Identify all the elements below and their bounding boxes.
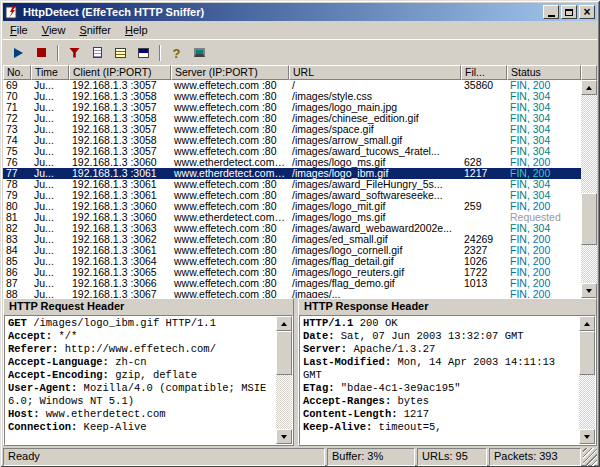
save-button[interactable] bbox=[132, 42, 155, 64]
column-header-time[interactable]: Time bbox=[31, 65, 69, 80]
header-line: GET /images/logo_ibm.gif HTTP/1.1 bbox=[8, 317, 273, 330]
table-row[interactable]: 84Ju...192.168.1.3 :3061www.effetech.com… bbox=[3, 245, 581, 256]
minimize-button[interactable] bbox=[543, 5, 559, 19]
start-capture-button[interactable] bbox=[7, 42, 30, 64]
menu-item-view[interactable]: View bbox=[35, 22, 73, 38]
stop-icon bbox=[37, 48, 46, 57]
cell-no: 87 bbox=[3, 278, 31, 289]
scroll-up-button[interactable] bbox=[579, 316, 595, 331]
status-buffer: Buffer: 3% bbox=[327, 448, 415, 466]
cell-server: www.effetech.com :80 bbox=[171, 201, 289, 212]
cell-time: Ju... bbox=[31, 267, 69, 278]
cell-no: 75 bbox=[3, 146, 31, 157]
scroll-down-button[interactable] bbox=[579, 429, 595, 444]
cell-file bbox=[461, 146, 507, 157]
column-header-client[interactable]: Client (IP:PORT) bbox=[69, 65, 171, 80]
cell-url: / bbox=[289, 80, 461, 91]
table-row[interactable]: 74Ju...192.168.1.3 :3058www.effetech.com… bbox=[3, 135, 581, 146]
table-row[interactable]: 71Ju...192.168.1.3 :3057www.effetech.com… bbox=[3, 102, 581, 113]
scrollbar-thumb[interactable] bbox=[276, 331, 292, 375]
header-line: User-Agent: Mozilla/4.0 (compatible; MSI… bbox=[8, 382, 273, 408]
column-header-stub bbox=[581, 65, 597, 80]
table-row[interactable]: 70Ju...192.168.1.3 :3058www.effetech.com… bbox=[3, 91, 581, 102]
cell-server: www.effetech.com :80 bbox=[171, 245, 289, 256]
cell-server: www.effetech.com :80 bbox=[171, 223, 289, 234]
table-row[interactable]: 69Ju...192.168.1.3 :3057www.effetech.com… bbox=[3, 80, 581, 91]
column-header-server[interactable]: Server (IP:PORT) bbox=[171, 65, 289, 80]
cell-server: www.effetech.com :80 bbox=[171, 267, 289, 278]
table-row[interactable]: 85Ju...192.168.1.3 :3064www.effetech.com… bbox=[3, 256, 581, 267]
maximize-button[interactable] bbox=[561, 5, 577, 19]
view-report-button[interactable] bbox=[86, 42, 109, 64]
status-ready: Ready bbox=[3, 448, 325, 466]
maximize-icon bbox=[565, 9, 573, 16]
cell-file bbox=[461, 289, 507, 298]
table-header: No. Time Client (IP:PORT) Server (IP:POR… bbox=[3, 65, 597, 80]
request-panel-scrollbar[interactable] bbox=[276, 316, 292, 444]
cell-server: www.effetech.com :80 bbox=[171, 91, 289, 102]
header-line: Accept-Ranges: bytes bbox=[303, 395, 576, 408]
table-row[interactable]: 73Ju...192.168.1.3 :3057www.effetech.com… bbox=[3, 124, 581, 135]
table-row[interactable]: 79Ju...192.168.1.3 :3061www.effetech.com… bbox=[3, 190, 581, 201]
table-row[interactable]: 82Ju...192.168.1.3 :3063www.effetech.com… bbox=[3, 223, 581, 234]
column-header-no[interactable]: No. bbox=[3, 65, 31, 80]
cell-no: 85 bbox=[3, 256, 31, 267]
scroll-down-button[interactable] bbox=[276, 429, 292, 444]
table-row[interactable]: 88Ju...192.168.1.3 :3067www.effetech.com… bbox=[3, 289, 581, 298]
menu-item-sniffer[interactable]: Sniffer bbox=[72, 22, 118, 38]
header-line: Host: www.etherdetect.com bbox=[8, 408, 273, 421]
table-row[interactable]: 80Ju...192.168.1.3 :3060www.effetech.com… bbox=[3, 201, 581, 212]
cell-status: FIN, 304 bbox=[507, 223, 581, 234]
stop-capture-button[interactable] bbox=[30, 42, 53, 64]
cell-file bbox=[461, 179, 507, 190]
view-list-button[interactable] bbox=[109, 42, 132, 64]
close-icon: × bbox=[583, 7, 590, 17]
menu-item-help[interactable]: Help bbox=[118, 22, 155, 38]
titlebar[interactable]: HttpDetect (EffeTech HTTP Sniffer) × bbox=[3, 3, 597, 21]
arrow-down-icon bbox=[281, 435, 287, 439]
scroll-up-button[interactable] bbox=[276, 316, 292, 331]
cell-url: /images/award_webaward2002e... bbox=[289, 223, 461, 234]
help-button[interactable] bbox=[165, 42, 188, 64]
resize-grip[interactable] bbox=[583, 448, 597, 466]
cell-client: 192.168.1.3 :3060 bbox=[69, 212, 171, 223]
column-header-status[interactable]: Status bbox=[507, 65, 581, 80]
minimize-icon bbox=[548, 15, 555, 17]
table-row[interactable]: 72Ju...192.168.1.3 :3058www.effetech.com… bbox=[3, 113, 581, 124]
scroll-down-button[interactable] bbox=[581, 283, 597, 298]
cell-status: FIN, 200 bbox=[507, 201, 581, 212]
cell-status: FIN, 200 bbox=[507, 256, 581, 267]
table-row[interactable]: 78Ju...192.168.1.3 :3061www.effetech.com… bbox=[3, 179, 581, 190]
cell-file: 259 bbox=[461, 201, 507, 212]
cell-client: 192.168.1.3 :3057 bbox=[69, 80, 171, 91]
scrollbar-track[interactable] bbox=[581, 95, 597, 283]
menu-item-file[interactable]: File bbox=[3, 22, 35, 38]
scrollbar-thumb[interactable] bbox=[579, 331, 595, 375]
cell-no: 79 bbox=[3, 190, 31, 201]
table-row[interactable]: 75Ju...192.168.1.3 :3057www.effetech.com… bbox=[3, 146, 581, 157]
arrow-up-icon bbox=[584, 322, 590, 326]
table-row[interactable]: 86Ju...192.168.1.3 :3065www.effetech.com… bbox=[3, 267, 581, 278]
cell-time: Ju... bbox=[31, 289, 69, 298]
cell-time: Ju... bbox=[31, 157, 69, 168]
cell-status: FIN, 200 bbox=[507, 234, 581, 245]
close-button[interactable]: × bbox=[579, 5, 595, 19]
table-row[interactable]: 87Ju...192.168.1.3 :3066www.effetech.com… bbox=[3, 278, 581, 289]
filter-button[interactable] bbox=[63, 42, 86, 64]
about-button[interactable] bbox=[188, 42, 211, 64]
scrollbar-thumb[interactable] bbox=[581, 193, 597, 246]
cell-client: 192.168.1.3 :3067 bbox=[69, 289, 171, 298]
table-row[interactable]: 81Ju...192.168.1.3 :3060www.etherdetect.… bbox=[3, 212, 581, 223]
toolbar-separator bbox=[159, 45, 161, 61]
column-header-filesize[interactable]: Fil... bbox=[461, 65, 507, 80]
response-panel-scrollbar[interactable] bbox=[579, 316, 595, 444]
table-scrollbar[interactable] bbox=[581, 80, 597, 298]
column-header-url[interactable]: URL bbox=[289, 65, 461, 80]
cell-server: www.etherdetect.com :80 bbox=[171, 168, 289, 179]
table-row[interactable]: 76Ju...192.168.1.3 :3060www.etherdetect.… bbox=[3, 157, 581, 168]
table-row[interactable]: 77Ju...192.168.1.3 :3061www.etherdetect.… bbox=[3, 168, 581, 179]
scrollbar-track[interactable] bbox=[579, 331, 595, 429]
scroll-up-button[interactable] bbox=[581, 80, 597, 95]
table-row[interactable]: 83Ju...192.168.1.3 :3062www.effetech.com… bbox=[3, 234, 581, 245]
scrollbar-track[interactable] bbox=[276, 331, 292, 429]
